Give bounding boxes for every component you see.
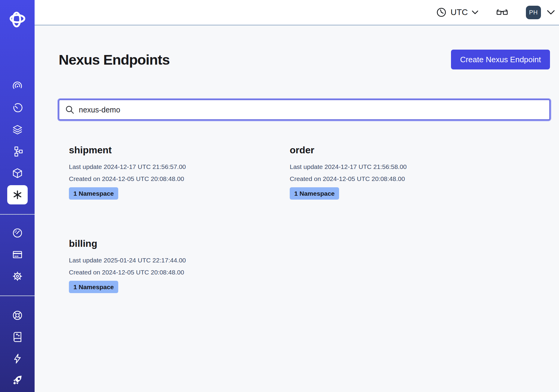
endpoint-name[interactable]: billing: [69, 237, 290, 250]
endpoint-name[interactable]: order: [290, 144, 511, 156]
gauge-icon: [12, 228, 23, 238]
book-sparkles-icon: [12, 332, 23, 342]
sidebar-item-docs[interactable]: [0, 326, 35, 348]
sidebar-nav-primary: [0, 76, 35, 206]
search-icon: [65, 105, 74, 114]
sidebar-nav-secondary: [0, 222, 35, 287]
lifebuoy-icon: [12, 310, 23, 321]
page-header-row: Nexus Endpoints Create Nexus Endpoint: [59, 50, 550, 69]
timezone-selector[interactable]: UTC: [436, 7, 478, 17]
clock-icon: [436, 7, 446, 17]
chevron-down-icon: [547, 10, 555, 15]
chevron-down-icon: [472, 10, 478, 14]
gear-icon: [12, 271, 23, 282]
endpoint-card-billing[interactable]: billing Last update 2025-01-24 UTC 22:17…: [69, 237, 290, 293]
sidebar: [0, 0, 35, 392]
sidebar-item-support[interactable]: [0, 305, 35, 326]
sidebar-item-layers[interactable]: [0, 119, 35, 141]
workflow-graph-icon: [12, 146, 23, 157]
top-header: UTC PH: [35, 0, 559, 26]
rocket-icon: [12, 375, 23, 386]
endpoint-name[interactable]: shipment: [69, 144, 290, 156]
sidebar-item-spiral[interactable]: [0, 76, 35, 97]
timezone-label: UTC: [450, 8, 468, 17]
billing-card-icon: [12, 249, 23, 260]
create-nexus-endpoint-button[interactable]: Create Nexus Endpoint: [451, 50, 550, 69]
layers-icon: [12, 124, 23, 135]
sidebar-item-cube[interactable]: [0, 162, 35, 184]
endpoint-card-order[interactable]: order Last update 2024-12-17 UTC 21:56:5…: [290, 144, 511, 200]
account-menu[interactable]: PH: [526, 6, 555, 19]
endpoint-created-on: Created on 2024-12-05 UTC 20:08:48.00: [69, 173, 290, 185]
sidebar-item-feedback[interactable]: [0, 348, 35, 369]
endpoint-card-shipment[interactable]: shipment Last update 2024-12-17 UTC 21:5…: [69, 144, 290, 200]
endpoint-created-on: Created on 2024-12-05 UTC 20:08:48.00: [69, 266, 290, 278]
sidebar-divider: [0, 296, 35, 296]
endpoint-list: shipment Last update 2024-12-17 UTC 21:5…: [59, 144, 550, 293]
endpoint-last-update: Last update 2025-01-24 UTC 22:17:44.00: [69, 254, 290, 266]
endpoint-last-update: Last update 2024-12-17 UTC 21:56:57.00: [69, 161, 290, 173]
avatar: PH: [526, 6, 541, 19]
labs-mode-button[interactable]: [496, 7, 508, 17]
namespace-badge: 1 Namespace: [69, 187, 118, 200]
sidebar-item-billing[interactable]: [0, 244, 35, 265]
temporal-logo[interactable]: [0, 0, 35, 39]
endpoint-created-on: Created on 2024-12-05 UTC 20:08:48.00: [290, 173, 511, 185]
timer-icon: [12, 103, 23, 114]
active-nav-highlight: [7, 185, 28, 204]
lightning-icon: [12, 353, 23, 364]
endpoint-search: [59, 100, 550, 120]
main-column: UTC PH Nexus Endpoints Create Nexus En: [35, 0, 559, 392]
search-input[interactable]: [79, 106, 543, 114]
namespace-badge: 1 Namespace: [290, 187, 339, 200]
sidebar-item-timer[interactable]: [0, 97, 35, 119]
temporal-logo-icon: [9, 11, 26, 28]
page-title: Nexus Endpoints: [59, 51, 170, 68]
spiral-icon: [12, 81, 23, 92]
cube-icon: [12, 168, 23, 179]
sidebar-nav-footer: [0, 305, 35, 391]
sidebar-item-nexus[interactable]: [0, 184, 35, 206]
sidebar-divider: [0, 214, 35, 215]
sidebar-item-workflow-graph[interactable]: [0, 141, 35, 162]
endpoint-last-update: Last update 2024-12-17 UTC 21:56:58.00: [290, 161, 511, 173]
sidebar-item-getting-started[interactable]: [0, 369, 35, 391]
sidebar-item-settings[interactable]: [0, 265, 35, 287]
glasses-icon: [496, 7, 508, 17]
namespace-badge: 1 Namespace: [69, 281, 118, 293]
main-content: Nexus Endpoints Create Nexus Endpoint sh…: [35, 26, 559, 392]
sidebar-item-usage[interactable]: [0, 222, 35, 244]
asterisk-nexus-icon: [12, 189, 23, 201]
